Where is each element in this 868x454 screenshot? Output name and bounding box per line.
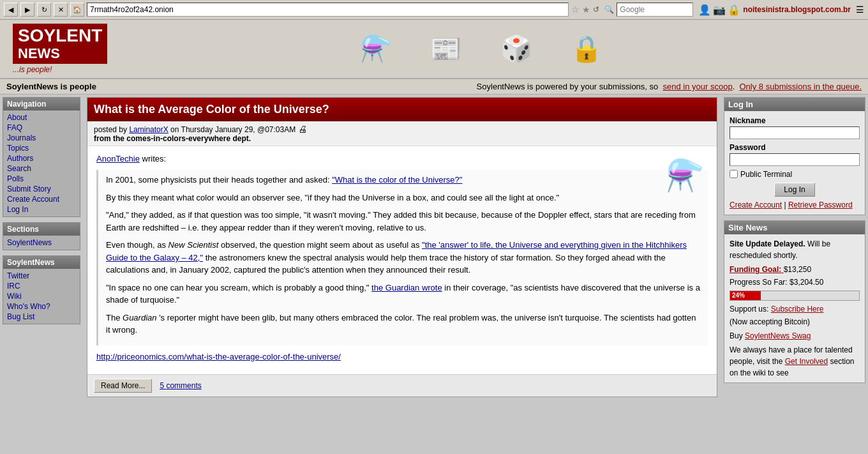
swag-link[interactable]: SoylentNews Swag (745, 331, 811, 340)
p4-pre: Even though, as (106, 240, 166, 250)
bookmark-star-icon[interactable]: ☆ (571, 4, 580, 15)
guardian-link[interactable]: the Guardian wrote (371, 283, 442, 292)
p4-mid: observed, the question might seem about … (221, 240, 419, 250)
site-header: SOYLENT NEWS ...is people! ⚗️ 📰 🎲 🔒 (0, 20, 868, 79)
menu-icon[interactable]: ☰ (856, 4, 864, 15)
search-input[interactable] (617, 3, 693, 17)
forward-button[interactable]: ▶ (20, 3, 34, 17)
p4-ns: New Scientist (168, 240, 219, 250)
toolbar-icon-1[interactable]: 👤 (698, 4, 711, 16)
public-terminal-row: Public Terminal (730, 170, 860, 179)
p6-pre: The (106, 313, 120, 322)
nav-journals[interactable]: Journals (3, 133, 80, 143)
comments-count: 5 (160, 381, 164, 390)
support-pre: Support us: (730, 305, 768, 314)
home-button[interactable]: 🏠 (70, 3, 84, 17)
link-irc[interactable]: IRC (3, 281, 80, 291)
refresh-icon[interactable]: ↺ (593, 5, 599, 14)
logo-soylent: SOYLENT (18, 26, 102, 46)
nav-search[interactable]: Search (3, 163, 80, 174)
link-bug-list[interactable]: Bug List (3, 312, 80, 322)
browser-chrome: ◀ ▶ ↻ ✕ 🏠 ☆ ★ ↺ 🔍 👤 📷 🔒 noitesinistra.bl… (0, 0, 868, 20)
link-wiki[interactable]: Wiki (3, 291, 80, 301)
progress-label: Progress So Far: (730, 278, 788, 287)
meta-dept: from the comes-in-colors-everywhere dept… (94, 134, 251, 143)
progress-bar-fill: 24% (730, 291, 761, 300)
nav-links: About FAQ Journals Topics Authors Search… (3, 110, 80, 216)
body-p5: "In space no one can hear you scream, wh… (106, 282, 700, 306)
login-title: Log In (724, 98, 865, 111)
header-icons: ⚗️ 📰 🎲 🔒 (360, 34, 602, 64)
nav-faq[interactable]: FAQ (3, 123, 80, 133)
body-p2: By this they meant what color would an o… (106, 192, 700, 204)
article-flask-icon: ⚗️ (666, 153, 704, 199)
lock-icon: 🔒 (571, 34, 602, 64)
meta-author-link[interactable]: LaminatorX (129, 125, 168, 134)
stop-button[interactable]: ✕ (54, 3, 68, 17)
nav-log-in[interactable]: Log In (3, 204, 80, 215)
nav-polls[interactable]: Polls (3, 174, 80, 184)
retrieve-password-link[interactable]: Retrieve Password (788, 201, 853, 209)
section-soylent-news[interactable]: SoylentNews (3, 238, 80, 248)
link-twitter[interactable]: Twitter (3, 271, 80, 281)
article-meta: posted by LaminatorX on Thursday January… (87, 121, 717, 146)
login-body: Nickname Password Public Terminal Log In… (724, 111, 865, 215)
progress-amount: $3,204.50 (789, 278, 823, 287)
site-people-label: SoylentNews is people (6, 82, 96, 91)
back-button[interactable]: ◀ (4, 3, 18, 17)
blog-link[interactable]: noitesinistra.blogspot.com.br (743, 5, 851, 14)
meta-date: on Thursday January 29, @07:03AM (170, 125, 296, 134)
navigation-title: Navigation (3, 98, 80, 110)
newspaper-icon: 📰 (430, 34, 462, 64)
get-involved-link[interactable]: Get Involved (785, 357, 828, 366)
article-body: ⚗️ AnonTechie writes: In 2001, some phys… (87, 146, 717, 375)
nav-authors[interactable]: Authors (3, 153, 80, 163)
logo-area: SOYLENT NEWS ...is people! (13, 24, 107, 74)
comments-link[interactable]: 5 comments (160, 381, 201, 390)
left-sidebar: Navigation About FAQ Journals Topics Aut… (0, 95, 83, 405)
login-button[interactable]: Log In (774, 183, 814, 197)
article-writer-link[interactable]: AnonTechie (96, 154, 140, 163)
funding-goal-link[interactable]: Funding Goal: (730, 265, 784, 274)
navigation-section: Navigation About FAQ Journals Topics Aut… (3, 97, 80, 217)
nav-create-account[interactable]: Create Account (3, 194, 80, 204)
queue-link[interactable]: Only 8 submissions in the queue. (740, 82, 862, 91)
link-whos-who[interactable]: Who's Who? (3, 301, 80, 312)
buy-pre: Buy (730, 331, 743, 340)
tagline-bar: SoylentNews is people SoylentNews is pow… (0, 79, 868, 95)
update-text: Site Update Delayed. (730, 239, 805, 248)
body-p1: In 2001, some physicists put their heads… (106, 175, 330, 185)
nav-topics[interactable]: Topics (3, 143, 80, 153)
subscribe-link[interactable]: Subscribe Here (771, 305, 824, 314)
right-sidebar: Log In Nickname Password Public Terminal… (721, 95, 868, 405)
progress-percent-label: 24% (730, 291, 745, 300)
color-universe-link[interactable]: "What is the color of the Universe?" (332, 175, 462, 185)
scoop-link[interactable]: send in your scoop (663, 82, 733, 91)
writes-label: writes: (142, 154, 167, 163)
reload-button[interactable]: ↻ (37, 3, 51, 17)
support-sub: (Now accepting Bitcoin) (730, 316, 860, 328)
toolbar-icon-3[interactable]: 🔒 (728, 4, 740, 16)
progress-bar-bg: 24% (730, 291, 860, 301)
nickname-input[interactable] (730, 126, 860, 139)
sections-links: SoylentNews (3, 236, 80, 250)
browser-toolbar-icons: 👤 📷 🔒 (698, 4, 740, 16)
logo-news: NEWS (18, 46, 102, 61)
toolbar-icon-2[interactable]: 📷 (713, 4, 726, 16)
logo-tagline: ...is people! (13, 65, 107, 74)
password-input[interactable] (730, 153, 860, 166)
soylent-links: Twitter IRC Wiki Who's Who? Bug List (3, 269, 80, 324)
article-blockquote: In 2001, some physicists put their heads… (96, 170, 708, 345)
print-icon[interactable]: 🖨 (298, 124, 307, 134)
nav-about[interactable]: About (3, 112, 80, 123)
public-terminal-checkbox[interactable] (730, 170, 738, 178)
address-bar[interactable] (87, 3, 569, 17)
read-more-button[interactable]: Read More... (94, 379, 152, 393)
nav-submit-story[interactable]: Submit Story (3, 184, 80, 194)
article-title: What is the Average Color of the Univers… (87, 98, 717, 121)
create-account-link[interactable]: Create Account (730, 201, 782, 209)
bookmark-star2-icon[interactable]: ★ (582, 4, 590, 15)
article-url-link[interactable]: http://priceonomics.com/what-is-the-aver… (96, 352, 341, 361)
link-separator: | (784, 201, 786, 209)
site-news-title: Site News (724, 221, 865, 234)
